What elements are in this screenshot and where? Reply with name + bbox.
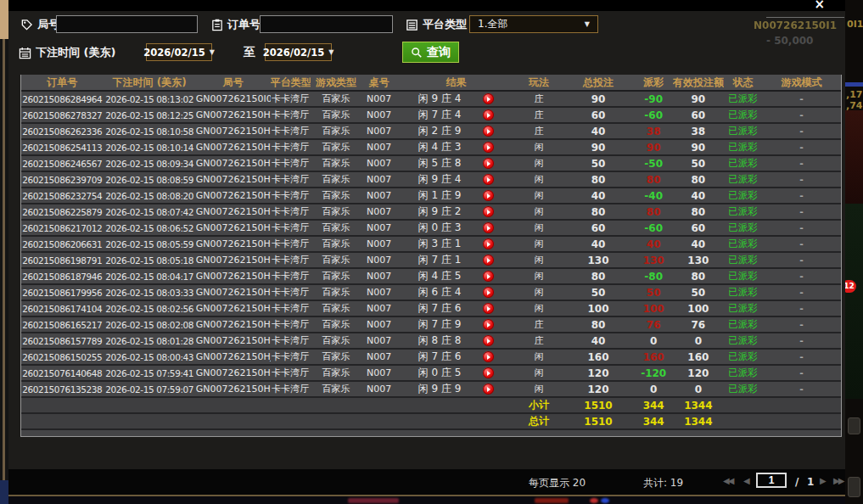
cell-total_bet: 40 xyxy=(563,188,635,204)
play-video-button[interactable] xyxy=(483,303,494,314)
play-icon xyxy=(487,387,490,392)
page-size-text: 每页显示 20 xyxy=(529,476,586,490)
play-video-button[interactable] xyxy=(483,335,494,346)
cell-status: 已派彩 xyxy=(724,349,762,365)
platform-type-value: 1.全部 xyxy=(478,17,507,31)
play-video-button[interactable] xyxy=(483,255,494,266)
result-text: 闲 0 庄 3 xyxy=(418,221,462,235)
platform-type-label: 平台类型 xyxy=(406,17,467,32)
result-text: 闲 4 庄 3 xyxy=(418,140,462,154)
subtotal-mode xyxy=(762,397,841,413)
cell-round_no: GN007262150HQ xyxy=(196,236,271,252)
chevron-down-icon: ▼ xyxy=(585,20,590,28)
cell-bet_time: 2026-02-15 08:02:56 xyxy=(104,300,196,316)
date-range-to-label: 至 xyxy=(244,45,255,60)
cell-order_no: 260215086165217 xyxy=(21,316,104,333)
play-video-button[interactable] xyxy=(483,271,494,282)
grand-total-mode xyxy=(762,413,841,429)
cell-total_bet: 160 xyxy=(563,349,635,365)
date-to-value: 2026/02/15 xyxy=(263,47,324,59)
cell-table_no: N007 xyxy=(361,204,397,220)
cell-platform: 卡卡湾厅 xyxy=(271,316,311,333)
play-video-button[interactable] xyxy=(483,222,494,233)
cell-mode: - xyxy=(762,300,841,316)
cell-order_no: 260215086206631 xyxy=(21,236,104,252)
play-video-button[interactable] xyxy=(483,109,494,120)
cell-result: 闲 9 庄 4 xyxy=(396,171,515,188)
play-icon xyxy=(487,145,490,150)
dialog-titlebar: × xyxy=(8,0,845,11)
play-video-button[interactable] xyxy=(483,190,494,201)
cell-round_no: GN007262150HU xyxy=(196,171,271,188)
background-smudge xyxy=(348,498,399,503)
subtotal-status xyxy=(724,397,762,413)
pager-next-button[interactable]: ▶ xyxy=(820,476,827,485)
play-video-button[interactable] xyxy=(483,287,494,298)
platform-type-select[interactable]: 1.全部 ▼ xyxy=(469,15,598,33)
cell-payout: 0 xyxy=(635,381,673,397)
cell-payout: -50 xyxy=(635,155,673,171)
pager-first-button[interactable]: ◀◀ xyxy=(723,476,732,485)
cell-bet_time: 2026-02-15 08:10:58 xyxy=(104,123,196,139)
cell-total_bet: 130 xyxy=(563,252,635,268)
cell-valid_bet: 40 xyxy=(673,236,724,252)
play-video-button[interactable] xyxy=(483,174,494,185)
round-number-input[interactable] xyxy=(56,15,198,33)
background-bleed-line xyxy=(766,17,844,18)
date-from-picker[interactable]: 2026/02/15 ▼ xyxy=(146,43,212,61)
cell-order_no: 260215086232754 xyxy=(21,188,104,204)
search-icon xyxy=(411,47,423,59)
cell-total_bet: 90 xyxy=(563,91,635,107)
play-video-button[interactable] xyxy=(483,142,494,153)
play-video-button[interactable] xyxy=(483,367,494,378)
play-video-button[interactable] xyxy=(483,206,494,217)
play-video-button[interactable] xyxy=(483,93,494,104)
page-input[interactable] xyxy=(756,473,787,488)
play-video-button[interactable] xyxy=(483,319,494,330)
cell-round_no: GN007262150HZ xyxy=(196,107,271,123)
search-button[interactable]: 查询 xyxy=(402,42,459,63)
table-row: 2602150862258792026-02-15 08:07:42GN0072… xyxy=(21,204,841,220)
cell-mode: - xyxy=(762,284,841,300)
grand-total-play: 总计 xyxy=(515,413,562,429)
play-video-button[interactable] xyxy=(483,126,494,137)
play-video-button[interactable] xyxy=(483,351,494,362)
play-video-button[interactable] xyxy=(483,384,494,395)
cell-valid_bet: 80 xyxy=(673,204,724,220)
date-to-picker[interactable]: 2026/02/15 ▼ xyxy=(265,43,332,61)
cell-result: 闲 5 庄 8 xyxy=(396,155,515,171)
table-row: 2602150861799562026-02-15 08:03:33GN0072… xyxy=(21,284,841,300)
cell-bet_time: 2026-02-15 08:13:02 xyxy=(104,91,196,107)
cell-game_type: 百家乐 xyxy=(311,365,361,381)
play-icon xyxy=(487,210,490,215)
column-header-round_no: 局号 xyxy=(196,75,271,91)
cell-round_no: GN007262150HN xyxy=(196,284,271,300)
close-icon[interactable]: × xyxy=(814,0,825,11)
cell-total_bet: 40 xyxy=(563,236,635,252)
cell-payout: 80 xyxy=(635,204,673,220)
cell-payout: -120 xyxy=(635,365,673,381)
cell-bet_time: 2026-02-15 08:05:59 xyxy=(104,236,196,252)
subtotal-valid_bet: 1344 xyxy=(673,397,724,413)
order-number-input[interactable] xyxy=(260,15,393,33)
pager-prev-button[interactable]: ◀ xyxy=(743,476,750,485)
cell-game_type: 百家乐 xyxy=(311,123,361,139)
background-table-edge xyxy=(0,0,8,39)
cell-play: 闲 xyxy=(515,284,562,300)
round-number-label: 局号 xyxy=(20,17,59,32)
play-video-button[interactable] xyxy=(483,238,494,249)
pager-last-button[interactable]: ▶▶ xyxy=(833,476,843,485)
column-header-result: 结果 xyxy=(396,75,515,91)
play-icon xyxy=(487,371,490,376)
cell-payout: 38 xyxy=(635,123,673,139)
cell-status: 已派彩 xyxy=(724,284,762,300)
cell-valid_bet: 100 xyxy=(673,300,724,316)
play-video-button[interactable] xyxy=(483,158,494,169)
grand-total-row: 总计15103441344 xyxy=(21,413,841,429)
total-count-text: 共计: 19 xyxy=(643,476,683,490)
cell-round_no: GN007262150HO xyxy=(196,268,271,284)
table-row: 2602150761352382026-02-15 07:59:07GN0072… xyxy=(21,381,841,397)
subtotal-play: 小计 xyxy=(515,397,562,413)
grand-total-valid_bet: 1344 xyxy=(673,413,724,429)
cell-mode: - xyxy=(762,381,841,397)
